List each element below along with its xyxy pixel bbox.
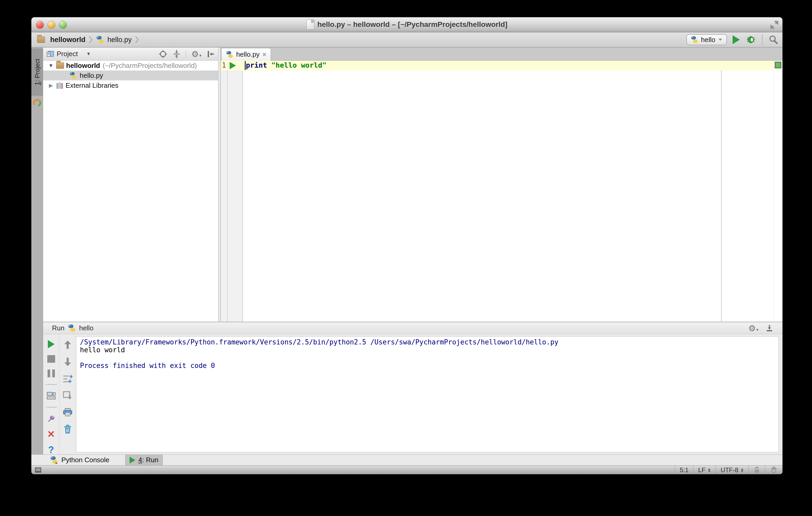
run-panel-body: ✕ ? /System/Library/Frameworks/Python.fr… bbox=[43, 334, 782, 454]
breadcrumb-project[interactable]: helloworld bbox=[50, 36, 85, 44]
unlock-icon bbox=[753, 466, 760, 474]
tab-label: hello.py bbox=[236, 51, 260, 59]
console-line: /System/Library/Frameworks/Python.framew… bbox=[80, 338, 775, 346]
libraries-icon bbox=[56, 82, 63, 89]
down-stack-icon[interactable] bbox=[64, 357, 71, 367]
line-separator-select[interactable]: LF▲▼ bbox=[693, 465, 716, 474]
run-tab-icon bbox=[129, 457, 135, 463]
python-console-button[interactable]: Python Console bbox=[46, 455, 114, 465]
inspection-profile-button[interactable] bbox=[765, 465, 782, 474]
toolbar-separator bbox=[762, 35, 763, 44]
python-file-icon bbox=[226, 51, 234, 59]
text-caret bbox=[245, 61, 245, 70]
sidebar-item-project[interactable]: 1: Project bbox=[31, 49, 43, 96]
run-config-name: hello bbox=[701, 36, 715, 44]
python-console-label: Python Console bbox=[61, 456, 110, 464]
folder-icon bbox=[37, 36, 45, 43]
settings-gear-icon[interactable]: ⚙▾ bbox=[191, 50, 201, 58]
python-file-icon bbox=[96, 35, 104, 44]
pin-icon[interactable] bbox=[47, 415, 56, 423]
tree-row-external-libraries[interactable]: ▶ External Libraries bbox=[43, 81, 218, 90]
console-output[interactable]: /System/Library/Frameworks/Python.framew… bbox=[76, 336, 779, 452]
hide-down-icon[interactable] bbox=[765, 324, 774, 332]
python-file-icon bbox=[68, 324, 76, 332]
project-panel-title[interactable]: Project bbox=[57, 50, 78, 58]
up-stack-icon[interactable] bbox=[64, 340, 71, 350]
run-tab-button[interactable]: 4: Run bbox=[125, 455, 163, 465]
bottom-tool-window-bar: Python Console 4: Run bbox=[31, 454, 782, 465]
help-icon[interactable]: ? bbox=[48, 446, 54, 454]
toolbar-separator bbox=[46, 384, 56, 385]
locate-icon[interactable] bbox=[158, 50, 168, 59]
breadcrumb: helloworld hello.py bbox=[35, 32, 139, 47]
project-panel: Project ▼ ⚙▾ ▼ helloworld (~/PycharmProj… bbox=[43, 48, 219, 322]
rerun-icon[interactable] bbox=[48, 340, 55, 348]
tree-root-path: (~/PycharmProjects/helloworld) bbox=[103, 62, 197, 70]
debug-icon[interactable] bbox=[746, 34, 756, 45]
console-line bbox=[80, 354, 775, 362]
run-panel-header[interactable]: Run hello ⚙▾ bbox=[43, 322, 782, 334]
expanded-arrow-icon[interactable]: ▼ bbox=[47, 63, 55, 69]
tree-file-name: hello.py bbox=[80, 71, 103, 80]
run-toolbar-console bbox=[59, 334, 76, 454]
run-gutter-icon[interactable] bbox=[230, 62, 236, 69]
code-line: print "hello world" bbox=[246, 61, 326, 69]
current-line-highlight: 1 print "hello world" bbox=[221, 61, 774, 70]
run-configuration-select[interactable]: hello bbox=[686, 34, 727, 45]
status-bar: 5:1 LF▲▼ UTF-8▲▼ bbox=[31, 465, 782, 474]
expand-icon[interactable] bbox=[770, 20, 779, 29]
pycharm-icon[interactable] bbox=[33, 99, 41, 107]
error-stripe-column bbox=[774, 61, 782, 322]
tree-row-root[interactable]: ▼ helloworld (~/PycharmProjects/hellowor… bbox=[43, 61, 218, 70]
editor-tab-bar: hello.py × bbox=[221, 48, 782, 61]
inspection-ok-marker[interactable] bbox=[775, 62, 781, 68]
run-panel-title: Run bbox=[52, 324, 64, 332]
editor-zone: hello.py × 1 print "hello world" bbox=[221, 48, 782, 322]
caret-position[interactable]: 5:1 bbox=[675, 465, 693, 474]
restore-layout-icon[interactable] bbox=[47, 392, 56, 400]
project-strip-label: 1: Project bbox=[34, 59, 41, 85]
close-tab-icon[interactable]: × bbox=[262, 51, 266, 58]
run-icon[interactable] bbox=[732, 35, 740, 44]
updown-arrow-icon: ▲▼ bbox=[707, 468, 711, 473]
close-icon[interactable]: ✕ bbox=[47, 430, 55, 439]
python-file-icon bbox=[69, 71, 77, 80]
editor-body[interactable]: 1 print "hello world" bbox=[221, 61, 782, 322]
settings-gear-icon[interactable]: ⚙▾ bbox=[748, 324, 758, 332]
soft-wrap-icon[interactable] bbox=[63, 374, 72, 383]
scroll-end-icon[interactable] bbox=[63, 391, 72, 400]
tab-hello-py[interactable]: hello.py × bbox=[221, 48, 271, 61]
collapsed-arrow-icon[interactable]: ▶ bbox=[47, 82, 55, 89]
hide-panel-icon[interactable] bbox=[207, 50, 215, 58]
print-icon[interactable] bbox=[63, 408, 72, 417]
toolbar-separator bbox=[186, 50, 186, 58]
stop-icon[interactable] bbox=[47, 355, 55, 363]
tree-row-hello-py[interactable]: hello.py bbox=[43, 70, 218, 81]
window-title: hello.py – helloworld – [~/PycharmProjec… bbox=[317, 20, 508, 29]
encoding-select[interactable]: UTF-8▲▼ bbox=[716, 465, 749, 474]
pause-output-icon[interactable] bbox=[48, 369, 55, 377]
updown-arrow-icon: ▲▼ bbox=[741, 468, 744, 473]
chevron-icon bbox=[89, 36, 93, 43]
project-tree: ▼ helloworld (~/PycharmProjects/hellowor… bbox=[43, 61, 218, 90]
chevron-icon bbox=[135, 36, 139, 43]
toggle-toolbars-icon[interactable] bbox=[35, 467, 41, 473]
clear-all-icon[interactable] bbox=[63, 425, 72, 434]
search-icon[interactable] bbox=[768, 35, 778, 44]
left-tool-window-strip: 1: Project bbox=[31, 48, 43, 454]
title-bar[interactable]: hello.py – helloworld – [~/PycharmProjec… bbox=[31, 17, 782, 32]
navigation-bar: helloworld hello.py hello bbox=[31, 32, 782, 48]
lock-toggle[interactable] bbox=[749, 465, 765, 474]
python-console-icon bbox=[50, 456, 58, 464]
dropdown-arrow-icon[interactable]: ▼ bbox=[86, 51, 91, 57]
right-margin-guide bbox=[721, 61, 722, 322]
project-view-icon bbox=[46, 50, 54, 58]
folder-icon bbox=[56, 62, 64, 69]
panel-splitter[interactable] bbox=[219, 48, 221, 322]
collapse-all-icon[interactable] bbox=[173, 50, 180, 59]
run-toolbar-left: ✕ ? bbox=[43, 334, 59, 454]
line-number[interactable]: 1 bbox=[221, 61, 226, 69]
breadcrumb-file[interactable]: hello.py bbox=[107, 36, 132, 44]
document-icon bbox=[307, 20, 314, 30]
run-config-python-icon bbox=[691, 36, 698, 43]
